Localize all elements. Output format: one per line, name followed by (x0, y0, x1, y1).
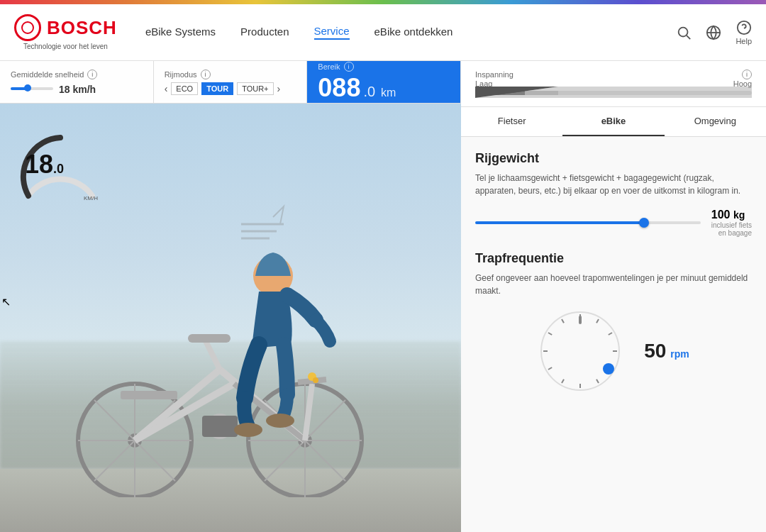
svg-rect-28 (121, 391, 177, 399)
trapfrequentie-section: Trapfrequentie Geef ongeveer aan hoeveel… (475, 251, 752, 394)
weight-slider-row: 100 kg inclusief fiets en bagage (475, 209, 752, 237)
stat-bereik: Bereik i 088 .0 km (307, 61, 461, 103)
globe-button[interactable] (706, 25, 721, 40)
gemiddelde-snelheid-value: 18 km/h (59, 84, 96, 95)
nav-service[interactable]: Service (314, 25, 350, 40)
bereik-value-display: 088 .0 km (318, 73, 450, 103)
speedometer-decimal: .0 (53, 162, 64, 176)
svg-point-51 (603, 363, 614, 375)
rijmodus-prev-button[interactable]: ‹ (165, 83, 168, 94)
svg-line-49 (562, 319, 564, 323)
weight-number: 100 (711, 209, 731, 221)
help-button[interactable]: Help (736, 20, 752, 45)
svg-line-1 (687, 35, 691, 39)
weight-slider-thumb[interactable] (639, 218, 649, 228)
tab-omgeving[interactable]: Omgeving (665, 107, 766, 136)
speedometer-value-display: 18.0 (25, 150, 64, 179)
cadence-dial[interactable] (538, 309, 623, 394)
trapfrequentie-title: Trapfrequentie (475, 251, 752, 266)
svg-point-31 (234, 423, 262, 437)
gemiddelde-snelheid-label: Gemiddelde snelheid (11, 70, 84, 79)
mode-tour-button[interactable]: TOUR (201, 82, 233, 95)
weight-unit: kg (733, 209, 745, 221)
bereik-main: 088 (318, 73, 360, 103)
svg-rect-50 (579, 316, 582, 324)
cadence-number: 50 (644, 340, 666, 362)
rijmodus-info-icon[interactable]: i (201, 70, 211, 79)
speedometer: 18.0 KM/H (14, 125, 106, 217)
stat-rijmodus: Rijmodus i ‹ ECO TOUR TOUR+ › (154, 61, 308, 103)
brand-tagline: Technologie voor het leven (23, 43, 108, 50)
tab-fietser[interactable]: Fietser (461, 107, 562, 136)
svg-line-22 (206, 341, 220, 370)
weight-slider[interactable] (475, 221, 701, 224)
inspanning-label: Inspanning (475, 70, 514, 79)
nav-ebike-systems[interactable]: eBike Systems (145, 26, 216, 39)
inspanning-triangle (475, 85, 752, 101)
cadence-dial-svg (538, 309, 623, 394)
cursor-indicator: ↖ (1, 295, 11, 309)
svg-point-34 (313, 377, 318, 383)
nav-ebike-ontdekken[interactable]: eBike ontdekken (374, 26, 453, 39)
bereik-label: Bereik (318, 62, 340, 71)
svg-line-48 (548, 333, 552, 335)
mode-tourplus-button[interactable]: TOUR+ (237, 82, 273, 95)
rijgewicht-desc: Tel je lichaamsgewicht + fietsgewicht + … (475, 172, 752, 197)
svg-line-39 (596, 319, 599, 323)
search-icon (676, 25, 692, 40)
main-nav: eBike Systems Producten Service eBike on… (145, 25, 676, 40)
stat-gemiddelde-snelheid: Gemiddelde snelheid i 18 km/h (0, 61, 154, 103)
right-panel: Inspanning i Laag Hoog Fietser eBik (461, 61, 766, 532)
svg-line-45 (562, 379, 564, 383)
svg-line-46 (548, 367, 552, 370)
svg-point-32 (266, 414, 294, 428)
bosch-circle-inner-icon (21, 21, 34, 34)
content-area: Rijgewicht Tel je lichaamsgewicht + fiet… (461, 137, 766, 408)
svg-line-40 (609, 333, 612, 335)
rijmodus-next-button[interactable]: › (277, 83, 281, 94)
tab-ebike[interactable]: eBike (562, 107, 664, 136)
rijmodus-label: Rijmodus (165, 70, 197, 79)
nav-right: Help (676, 20, 752, 45)
rijgewicht-section: Rijgewicht Tel je lichaamsgewicht + fiet… (475, 151, 752, 237)
cadence-controls: 50 rpm (475, 309, 752, 394)
cyclist-illustration (35, 214, 390, 497)
brand-name: BOSCH (47, 17, 117, 39)
bereik-decimal: .0 (363, 84, 375, 100)
speedometer-number: 18 (25, 150, 53, 179)
svg-line-24 (305, 384, 312, 440)
svg-line-43 (596, 379, 599, 383)
weight-sub-label2: en bagage (711, 229, 752, 237)
nav-producten[interactable]: Producten (240, 26, 289, 39)
bosch-logo: BOSCH (14, 14, 117, 41)
gemiddelde-snelheid-info-icon[interactable]: i (87, 70, 97, 79)
tabs-row: Fietser eBike Omgeving (461, 107, 766, 137)
search-button[interactable] (676, 25, 692, 40)
inspanning-section: Inspanning i Laag Hoog (461, 61, 766, 107)
header: BOSCH Technologie voor het leven eBike S… (0, 4, 766, 61)
mode-eco-button[interactable]: ECO (171, 82, 198, 95)
help-label: Help (736, 37, 752, 45)
trapfrequentie-desc: Geef ongeveer aan hoeveel trapomwentelin… (475, 272, 752, 297)
logo-area: BOSCH Technologie voor het leven (14, 14, 117, 50)
cadence-value-display: 50 rpm (644, 340, 689, 362)
help-icon (736, 20, 752, 35)
globe-icon (706, 25, 721, 40)
bike-visual: 18.0 KM/H (0, 104, 461, 532)
inspanning-slider-container[interactable] (475, 91, 752, 98)
bosch-circle-icon (14, 14, 41, 41)
svg-point-0 (679, 27, 688, 36)
speedometer-unit: KM/H (84, 195, 98, 201)
cadence-unit: rpm (670, 348, 689, 360)
weight-value: 100 kg (711, 209, 752, 221)
bereik-unit: km (381, 87, 396, 99)
svg-rect-23 (188, 334, 231, 343)
rijgewicht-title: Rijgewicht (475, 151, 752, 166)
inspanning-info-icon[interactable]: i (742, 70, 752, 79)
svg-rect-29 (202, 416, 238, 437)
rijmodus-selector: ‹ ECO TOUR TOUR+ › (165, 82, 296, 95)
bereik-info-icon[interactable]: i (344, 62, 354, 72)
weight-sub-label: inclusief fiets (711, 221, 752, 229)
visual-side: Gemiddelde snelheid i 18 km/h Rijmodus i (0, 61, 461, 532)
calculator-panel: Gemiddelde snelheid i 18 km/h Rijmodus i (0, 61, 766, 532)
